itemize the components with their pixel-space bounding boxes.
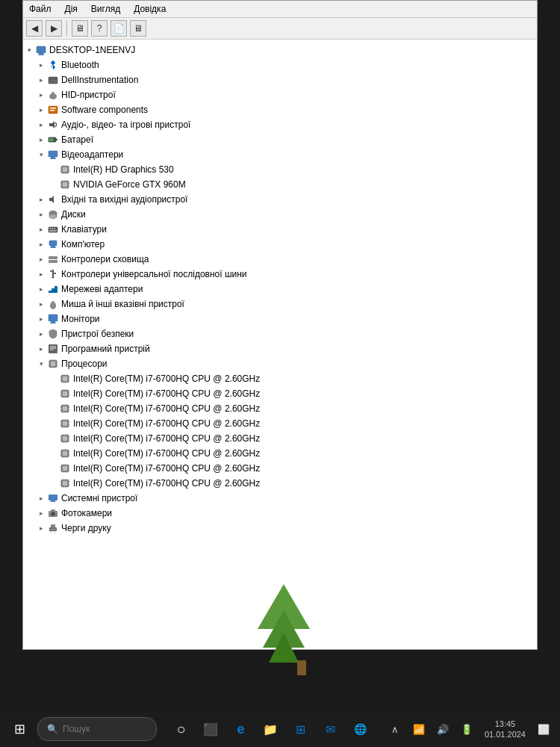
- tree-item-cpu1[interactable]: Intel(R) Core(TM) i7-6700HQ CPU @ 2.60GH…: [23, 371, 537, 386]
- tree-item-disk[interactable]: ▸ Диски: [23, 207, 537, 222]
- svg-rect-14: [49, 151, 57, 157]
- tree-item-usb[interactable]: ▸ Контролери універсальної послідовної ш…: [23, 267, 537, 282]
- expand-btn-bluetooth[interactable]: ▸: [35, 59, 47, 71]
- search-input[interactable]: [63, 724, 147, 734]
- device-manager-icon-btn[interactable]: 🖥: [72, 20, 88, 37]
- help-button[interactable]: ?: [91, 20, 108, 37]
- taskbar-volume-icon[interactable]: 🔊: [432, 719, 453, 740]
- expand-btn-usb[interactable]: ▸: [35, 268, 47, 280]
- icon-cpu7: [59, 462, 71, 474]
- label-cpu3: Intel(R) Core(TM) i7-6700HQ CPU @ 2.60GH…: [73, 403, 260, 414]
- svg-rect-93: [63, 436, 67, 441]
- tree-item-software[interactable]: ▸ Software components: [23, 102, 537, 117]
- tree-item-intel_hd[interactable]: Intel(R) HD Graphics 530: [23, 162, 537, 177]
- tree-item-nvidia[interactable]: NVIDIA GeForce GTX 960M: [23, 177, 537, 192]
- device-tree[interactable]: ▾ DESKTOP-1NEENVJ ▸ Bluetooth ▸ DellInst…: [23, 40, 537, 649]
- tree-item-bluetooth[interactable]: ▸ Bluetooth: [23, 58, 537, 72]
- taskbar-microsoft-store[interactable]: ⊞: [288, 717, 312, 741]
- tree-item-cpu5[interactable]: Intel(R) Core(TM) i7-6700HQ CPU @ 2.60GH…: [23, 431, 537, 446]
- tree-item-program[interactable]: ▸ Програмний пристрій: [23, 341, 537, 356]
- expand-btn-cpu_group[interactable]: ▾: [35, 358, 47, 370]
- expand-btn-sound[interactable]: ▸: [35, 193, 47, 205]
- icon-computer: [47, 238, 59, 250]
- expand-btn-software[interactable]: ▸: [35, 104, 47, 116]
- svg-rect-125: [51, 531, 55, 533]
- icon-network: [47, 283, 59, 295]
- tree-item-root[interactable]: ▾ DESKTOP-1NEENVJ: [23, 43, 537, 58]
- tree-item-storage[interactable]: ▸ Контролери сховища: [23, 252, 537, 267]
- expand-btn-root[interactable]: ▾: [23, 44, 35, 56]
- taskbar-network-icon[interactable]: 📶: [408, 719, 429, 740]
- tree-item-computer[interactable]: ▸ Комп'ютер: [23, 237, 537, 252]
- tree-item-cpu4[interactable]: Intel(R) Core(TM) i7-6700HQ CPU @ 2.60GH…: [23, 416, 537, 431]
- taskbar-clock[interactable]: 13:45 01.01.2024: [480, 719, 530, 740]
- taskbar-search-circle[interactable]: ○: [169, 717, 193, 741]
- expand-btn-print[interactable]: ▸: [35, 522, 47, 534]
- expand-btn-security[interactable]: ▸: [35, 328, 47, 340]
- expand-btn-monitor[interactable]: ▸: [35, 313, 47, 325]
- properties-button[interactable]: 📄: [111, 20, 127, 37]
- expand-btn-keyboard[interactable]: ▸: [35, 223, 47, 235]
- icon-cpu3: [59, 403, 71, 415]
- tree-item-dell[interactable]: ▸ DellInstrumentation: [23, 72, 537, 87]
- tree-item-print[interactable]: ▸ Черги друку: [23, 521, 537, 536]
- expand-btn-network[interactable]: ▸: [35, 283, 47, 295]
- tree-item-mouse[interactable]: ▸ Миша й інші вказівні пристрої: [23, 297, 537, 311]
- taskbar-explorer[interactable]: 📁: [258, 717, 282, 741]
- expand-btn-battery[interactable]: ▸: [35, 134, 47, 146]
- expand-btn-mouse[interactable]: ▸: [35, 298, 47, 310]
- expand-btn-storage[interactable]: ▸: [35, 253, 47, 265]
- tree-item-monitor[interactable]: ▸ Монітори: [23, 311, 537, 326]
- svg-rect-121: [51, 509, 55, 511]
- expand-btn-camera[interactable]: ▸: [35, 507, 47, 519]
- label-sound: Вхідні та вихідні аудіопристрої: [61, 194, 187, 205]
- expand-btn-program[interactable]: ▸: [35, 343, 47, 355]
- taskbar: ⊞ 🔍 ○ ⬛ e 📁 ⊞ ✉ 🌐 ∧ 📶 🔊 🔋 13:45 01.01.20…: [0, 711, 560, 747]
- taskbar-chrome[interactable]: 🌐: [348, 717, 372, 741]
- expand-btn-hid[interactable]: ▸: [35, 89, 47, 101]
- expand-btn-computer[interactable]: ▸: [35, 238, 47, 250]
- menu-help[interactable]: Довідка: [131, 2, 169, 16]
- expand-btn-display[interactable]: ▾: [35, 149, 47, 161]
- menu-file[interactable]: Файл: [26, 2, 55, 16]
- expand-btn-disk[interactable]: ▸: [35, 208, 47, 220]
- menu-view[interactable]: Вигляд: [88, 2, 123, 16]
- tree-item-cpu7[interactable]: Intel(R) Core(TM) i7-6700HQ CPU @ 2.60GH…: [23, 461, 537, 476]
- svg-rect-39: [51, 246, 55, 247]
- tree-item-cpu3[interactable]: Intel(R) Core(TM) i7-6700HQ CPU @ 2.60GH…: [23, 401, 537, 416]
- tree-item-audio[interactable]: ▸ Аудіо-, відео- та ігрові пристрої: [23, 117, 537, 132]
- icon-bluetooth: [47, 59, 59, 71]
- tree-item-cpu_group[interactable]: ▾ Процесори: [23, 356, 537, 371]
- tree-item-security[interactable]: ▸ Пристрої безпеки: [23, 326, 537, 341]
- taskbar-chevron-up[interactable]: ∧: [385, 719, 405, 740]
- tree-item-sound[interactable]: ▸ Вхідні та вихідні аудіопристрої: [23, 192, 537, 207]
- tree-item-network[interactable]: ▸ Мережеві адаптери: [23, 282, 537, 297]
- taskbar-edge[interactable]: e: [228, 717, 252, 741]
- tree-item-battery[interactable]: ▸ Батареї: [23, 132, 537, 147]
- tree-item-display[interactable]: ▾ Відеоадаптери: [23, 147, 537, 162]
- tree-item-keyboard[interactable]: ▸ Клавіатури: [23, 222, 537, 237]
- svg-rect-63: [51, 362, 55, 366]
- monitor-button[interactable]: 🖥: [130, 20, 146, 37]
- expand-btn-system[interactable]: ▸: [35, 492, 47, 504]
- taskbar-notification[interactable]: ⬜: [533, 719, 554, 740]
- expand-placeholder-intel_hd: [47, 164, 59, 176]
- taskbar-mail[interactable]: ✉: [318, 717, 342, 741]
- expand-btn-audio[interactable]: ▸: [35, 119, 47, 131]
- tree-item-cpu6[interactable]: Intel(R) Core(TM) i7-6700HQ CPU @ 2.60GH…: [23, 446, 537, 461]
- menu-bar: Файл Дія Вигляд Довідка: [23, 1, 537, 18]
- tree-item-hid[interactable]: ▸ HID-пристрої: [23, 87, 537, 102]
- back-button[interactable]: ◀: [26, 20, 43, 37]
- tree-item-cpu8[interactable]: Intel(R) Core(TM) i7-6700HQ CPU @ 2.60GH…: [23, 476, 537, 491]
- menu-action[interactable]: Дія: [62, 2, 81, 16]
- taskbar-task-view[interactable]: ⬛: [199, 717, 223, 741]
- forward-button[interactable]: ▶: [46, 20, 62, 37]
- tree-item-camera[interactable]: ▸ Фотокамери: [23, 506, 537, 521]
- taskbar-battery-icon[interactable]: 🔋: [456, 719, 477, 740]
- label-print: Черги друку: [61, 523, 111, 533]
- expand-btn-dell[interactable]: ▸: [35, 74, 47, 86]
- search-bar[interactable]: 🔍: [37, 717, 157, 741]
- tree-item-cpu2[interactable]: Intel(R) Core(TM) i7-6700HQ CPU @ 2.60GH…: [23, 386, 537, 401]
- start-button[interactable]: ⊞: [6, 716, 33, 743]
- tree-item-system[interactable]: ▸ Системні пристрої: [23, 491, 537, 506]
